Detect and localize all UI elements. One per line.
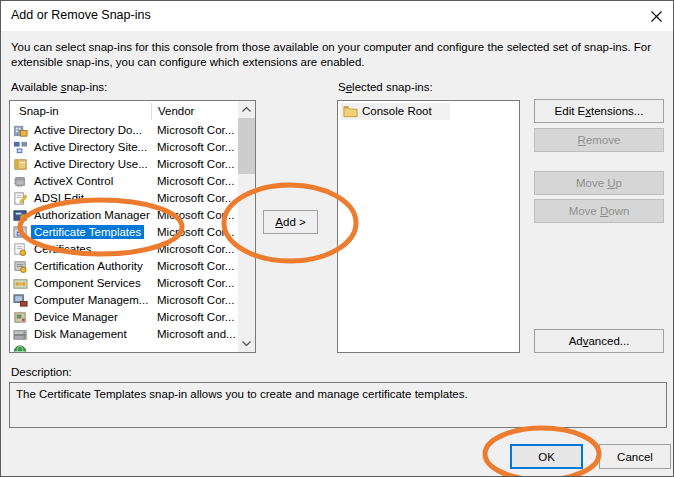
available-snapins-list: Snap-in Vendor Active Directory Do...Mic… xyxy=(9,100,256,353)
snapin-vendor: Microsoft Cor... xyxy=(157,260,234,272)
list-item[interactable]: Active Directory Use...Microsoft Cor... xyxy=(10,156,238,173)
component-services-icon xyxy=(13,276,28,291)
snapin-vendor: Microsoft Cor... xyxy=(157,192,234,204)
scroll-down-button[interactable] xyxy=(238,335,255,352)
authorization-manager-icon xyxy=(13,208,28,223)
active-directory-sites-icon xyxy=(13,140,28,155)
scroll-up-button[interactable] xyxy=(238,101,255,118)
snapin-name: Certificates xyxy=(31,242,95,256)
list-item[interactable]: Disk ManagementMicrosoft and... xyxy=(10,326,238,343)
snapin-name: Certification Authority xyxy=(31,259,146,273)
column-header-snapin[interactable]: Snap-in xyxy=(19,105,59,117)
list-item-partial[interactable] xyxy=(10,343,238,352)
intro-line-2: extensible snap-ins, you can configure w… xyxy=(11,55,667,70)
list-item[interactable]: Certification AuthorityMicrosoft Cor... xyxy=(10,258,238,275)
disk-management-icon xyxy=(13,327,28,342)
certificates-icon xyxy=(13,242,28,257)
list-item[interactable]: ActiveX ControlMicrosoft Cor... xyxy=(10,173,238,190)
scrollbar-thumb[interactable] xyxy=(238,118,255,174)
description-text: The Certificate Templates snap-in allows… xyxy=(16,388,656,400)
device-manager-icon xyxy=(13,310,28,325)
console-root-label: Console Root xyxy=(362,105,432,117)
list-item[interactable]: Certificate TemplatesMicrosoft Cor... xyxy=(10,224,238,241)
adsi-edit-icon xyxy=(13,191,28,206)
snapin-name xyxy=(31,344,37,346)
close-button[interactable] xyxy=(641,3,671,29)
description-label: Description: xyxy=(11,366,72,378)
ok-button[interactable]: OK xyxy=(510,444,583,469)
snapin-vendor: Microsoft Cor... xyxy=(157,141,234,153)
intro-line-1: You can select snap-ins for this console… xyxy=(11,40,667,55)
available-snapins-label: Available snap-ins: xyxy=(11,81,107,93)
chevron-down-icon xyxy=(242,341,251,346)
active-directory-users-icon xyxy=(13,157,28,172)
snapin-name: Component Services xyxy=(31,276,144,290)
snapin-vendor: Microsoft Cor... xyxy=(157,209,234,221)
list-header[interactable]: Snap-in Vendor xyxy=(10,101,255,122)
snapin-vendor: Microsoft Cor... xyxy=(157,277,234,289)
snapin-vendor: Microsoft Cor... xyxy=(157,311,234,323)
snapin-name: Active Directory Do... xyxy=(31,123,145,137)
list-item[interactable]: Active Directory Do...Microsoft Cor... xyxy=(10,122,238,139)
selected-snapins-label: Selected snap-ins: xyxy=(338,81,433,93)
vertical-scrollbar[interactable] xyxy=(238,101,255,352)
snapin-name: Active Directory Site... xyxy=(31,140,150,154)
available-snapin-rows: Active Directory Do...Microsoft Cor...Ac… xyxy=(10,122,238,352)
list-item[interactable]: Active Directory Site...Microsoft Cor... xyxy=(10,139,238,156)
snapin-vendor: Microsoft and... xyxy=(157,328,236,340)
list-item[interactable]: Computer Managem...Microsoft Cor... xyxy=(10,292,238,309)
description-box: The Certificate Templates snap-in allows… xyxy=(9,382,667,428)
snapin-name: Computer Managem... xyxy=(31,293,151,307)
snapin-vendor: Microsoft Cor... xyxy=(157,294,234,306)
title-bar: Add or Remove Snap-ins xyxy=(1,1,673,31)
column-header-vendor[interactable]: Vendor xyxy=(158,105,194,117)
snapin-name: Active Directory Use... xyxy=(31,157,151,171)
computer-management-icon xyxy=(13,293,28,308)
dialog-title: Add or Remove Snap-ins xyxy=(11,8,151,22)
snapin-name: Disk Management xyxy=(31,327,130,341)
snapin-name: ADSI Edit xyxy=(31,191,87,205)
list-item[interactable]: CertificatesMicrosoft Cor... xyxy=(10,241,238,258)
snapin-vendor: Microsoft Cor... xyxy=(157,175,234,187)
remove-button[interactable]: Remove xyxy=(534,128,664,152)
selected-snapins-list: Console Root xyxy=(337,100,520,353)
snapin-vendor: Microsoft Cor... xyxy=(157,124,234,136)
list-item[interactable]: Authorization ManagerMicrosoft Cor... xyxy=(10,207,238,224)
intro-text: You can select snap-ins for this console… xyxy=(11,40,667,70)
activex-control-icon xyxy=(13,174,28,189)
move-up-button[interactable]: Move Up xyxy=(534,171,664,195)
list-item[interactable]: Console Root xyxy=(340,103,450,120)
list-item[interactable]: Device ManagerMicrosoft Cor... xyxy=(10,309,238,326)
snapin-name: ActiveX Control xyxy=(31,174,116,188)
advanced-button[interactable]: Advanced... xyxy=(534,329,664,353)
add-button[interactable]: Add > xyxy=(263,210,318,234)
close-icon xyxy=(650,10,663,23)
chevron-up-icon xyxy=(242,107,251,112)
snapin-vendor: Microsoft Cor... xyxy=(157,226,234,238)
cancel-button[interactable]: Cancel xyxy=(599,444,671,469)
snapin-name: Device Manager xyxy=(31,310,121,324)
certification-authority-icon xyxy=(13,259,28,274)
move-down-button[interactable]: Move Down xyxy=(534,199,664,223)
list-item[interactable]: ADSI EditMicrosoft Cor... xyxy=(10,190,238,207)
add-remove-snapins-dialog: Add or Remove Snap-ins You can select sn… xyxy=(0,0,674,477)
edit-extensions-button[interactable]: Edit Extensions... xyxy=(534,99,664,123)
snapin-name: Certificate Templates xyxy=(31,225,144,239)
dns-icon xyxy=(13,344,28,352)
snapin-name: Authorization Manager xyxy=(31,208,153,222)
snapin-vendor: Microsoft Cor... xyxy=(157,158,234,170)
certificate-templates-icon xyxy=(13,225,28,240)
active-directory-domains-icon xyxy=(13,123,28,138)
list-item[interactable]: Component ServicesMicrosoft Cor... xyxy=(10,275,238,292)
folder-icon xyxy=(343,104,358,119)
column-divider[interactable] xyxy=(151,103,152,120)
snapin-vendor: Microsoft Cor... xyxy=(157,243,234,255)
